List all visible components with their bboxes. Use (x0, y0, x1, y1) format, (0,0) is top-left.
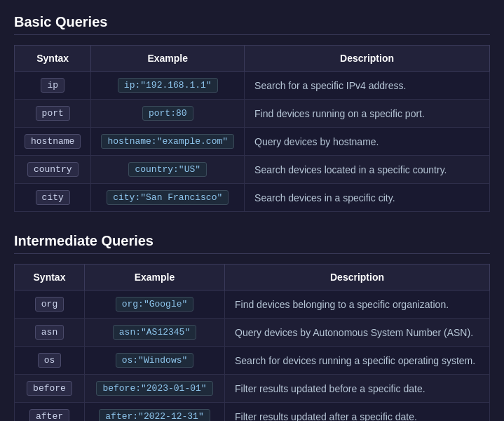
example-badge: asn:"AS12345" (113, 325, 196, 340)
description-text: Filter results updated before a specific… (235, 383, 425, 394)
example-badge: org:"Google" (116, 297, 194, 312)
table-row: os os:"Windows" Search for devices runni… (15, 347, 490, 375)
description-text: Search devices located in a specific cou… (254, 164, 447, 175)
description-text: Find devices running on a specific port. (254, 108, 425, 119)
basic-col-example: Example (91, 46, 245, 72)
intermediate-queries-table: Syntax Example Description org org:"Goog… (14, 264, 490, 421)
description-text: Search devices in a specific city. (254, 192, 395, 203)
syntax-badge: org (35, 297, 64, 312)
syntax-badge: after (29, 409, 69, 421)
table-row: hostname hostname:"example.com" Query de… (15, 128, 490, 156)
description-text: Query devices by Autonomous System Numbe… (235, 327, 473, 338)
syntax-badge: country (27, 162, 79, 177)
syntax-badge: before (27, 381, 72, 396)
table-row: after after:"2022-12-31" Filter results … (15, 403, 490, 422)
intermediate-col-example: Example (85, 265, 225, 290)
example-badge: port:80 (142, 106, 193, 121)
basic-col-syntax: Syntax (15, 46, 91, 72)
table-row: org org:"Google" Find devices belonging … (15, 290, 490, 319)
basic-queries-title: Basic Queries (14, 14, 490, 35)
description-text: Search for devices running a specific op… (235, 355, 475, 366)
intermediate-queries-title: Intermediate Queries (14, 233, 490, 254)
table-row: port port:80 Find devices running on a s… (15, 100, 490, 128)
syntax-badge: asn (35, 325, 64, 340)
intermediate-queries-section: Intermediate Queries Syntax Example Desc… (14, 233, 490, 421)
example-badge: after:"2022-12-31" (99, 409, 210, 421)
example-badge: country:"US" (128, 162, 207, 177)
example-badge: before:"2023-01-01" (96, 381, 212, 396)
description-text: Search for a specific IPv4 address. (254, 80, 406, 91)
syntax-badge: port (36, 106, 70, 121)
table-row: before before:"2023-01-01" Filter result… (15, 375, 490, 403)
table-row: asn asn:"AS12345" Query devices by Auton… (15, 319, 490, 347)
example-badge: ip:"192.168.1.1" (118, 78, 218, 93)
table-row: country country:"US" Search devices loca… (15, 156, 490, 184)
example-badge: city:"San Francisco" (107, 190, 229, 205)
description-text: Find devices belonging to a specific org… (235, 299, 449, 310)
basic-queries-header-row: Syntax Example Description (15, 46, 490, 72)
syntax-badge: os (38, 353, 62, 368)
table-row: city city:"San Francisco" Search devices… (15, 184, 490, 212)
syntax-badge: city (36, 190, 70, 205)
intermediate-queries-header-row: Syntax Example Description (15, 265, 490, 290)
intermediate-col-syntax: Syntax (15, 265, 85, 290)
basic-queries-table: Syntax Example Description ip ip:"192.16… (14, 45, 490, 212)
syntax-badge: hostname (25, 134, 81, 149)
example-badge: os:"Windows" (116, 353, 194, 368)
syntax-badge: ip (41, 78, 64, 93)
description-text: Query devices by hostname. (254, 136, 379, 147)
basic-queries-section: Basic Queries Syntax Example Description… (14, 14, 490, 212)
basic-col-description: Description (245, 46, 490, 72)
intermediate-col-description: Description (225, 265, 490, 290)
description-text: Filter results updated after a specific … (235, 411, 417, 422)
table-row: ip ip:"192.168.1.1" Search for a specifi… (15, 72, 490, 100)
example-badge: hostname:"example.com" (101, 134, 234, 149)
